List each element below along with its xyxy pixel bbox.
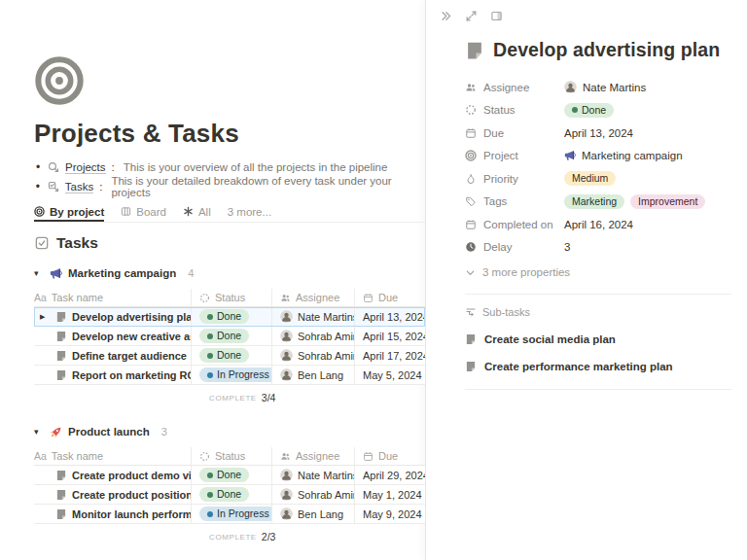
group-toggle-icon[interactable]: ▾ (34, 427, 44, 437)
group-count: 3 (161, 426, 167, 438)
property-row-project: ProjectMarketing campaign (465, 145, 731, 168)
property-list: AssigneeNate MartinsStatusDoneDueApril 1… (465, 76, 731, 259)
status-pill[interactable]: Done (199, 329, 249, 343)
text-type-icon: Aa (34, 292, 47, 303)
tab-board[interactable]: Board (121, 201, 166, 222)
status-pill[interactable]: Done (564, 103, 614, 118)
bullet-separator: : (112, 161, 115, 173)
column-header-status[interactable]: Status (192, 289, 272, 306)
table-row[interactable]: ▶Develop advertising planDoneNate Martin… (34, 307, 425, 327)
property-value[interactable]: Done (564, 103, 614, 118)
bullet-item: •Projects:This is your overview of all t… (34, 158, 425, 177)
column-header-assignee[interactable]: Assignee (272, 289, 355, 306)
table-row[interactable]: Report on marketing ROIIn ProgressBen La… (34, 366, 425, 385)
side-peek-icon[interactable] (490, 10, 503, 22)
projects-db-icon (48, 161, 59, 173)
column-header-due[interactable]: Due (355, 447, 425, 465)
property-label[interactable]: Due (465, 127, 564, 139)
subtask-item[interactable]: Create performance marketing plan (465, 356, 731, 376)
task-name-cell: Monitor launch performance (34, 505, 192, 523)
task-table: AaTask nameStatusAssigneeDueCreate produ… (34, 447, 425, 549)
row-expand-icon[interactable]: ▶ (40, 313, 45, 321)
task-name-cell: Develop new creative assets (34, 327, 192, 345)
column-header-due[interactable]: Due (355, 289, 425, 306)
tag-pill[interactable]: Marketing (564, 194, 624, 209)
table-row[interactable]: Define target audienceDoneSohrab AminApr… (34, 346, 425, 366)
page-icon (55, 331, 67, 342)
column-header-task-name[interactable]: AaTask name (34, 289, 192, 306)
property-label[interactable]: Completed on (465, 219, 564, 230)
tag-pill[interactable]: Improvement (630, 194, 705, 209)
task-name: Develop advertising plan (72, 311, 192, 323)
property-label[interactable]: Project (465, 150, 564, 161)
double-chevron-right-icon[interactable] (440, 10, 452, 22)
subtask-title: Create social media plan (484, 333, 616, 345)
task-detail-title[interactable]: Develop advertising plan (493, 39, 720, 61)
group-toggle-icon[interactable]: ▾ (34, 268, 44, 278)
more-properties-button[interactable]: 3 more properties (465, 266, 731, 278)
table-row[interactable]: Monitor launch performanceIn ProgressBen… (34, 505, 425, 524)
complete-value: 2/3 (262, 531, 276, 542)
table-row[interactable]: Create product demo videoDoneNate Martin… (34, 466, 425, 485)
property-value[interactable]: 3 (564, 241, 570, 253)
tab-3-more-[interactable]: 3 more... (228, 201, 271, 222)
group-header[interactable]: ▾Marketing campaign4 (34, 264, 425, 282)
property-value[interactable]: April 16, 2024 (564, 219, 633, 230)
property-value[interactable]: April 13, 2024 (564, 127, 633, 139)
project-name: Marketing campaign (582, 150, 683, 161)
due-date: May 5, 2024 (363, 369, 422, 381)
property-label-text: Tags (483, 195, 507, 207)
subtasks-icon (465, 306, 477, 318)
task-name: Create product positioning (72, 489, 192, 501)
status-pill[interactable]: Done (199, 468, 249, 482)
tag-icon (465, 195, 477, 207)
avatar (280, 310, 293, 323)
column-header-task-name[interactable]: AaTask name (34, 447, 192, 465)
target-icon[interactable] (34, 55, 85, 106)
property-label[interactable]: Tags (465, 195, 564, 207)
group-header[interactable]: ▾Product launch3 (34, 423, 425, 440)
property-value[interactable]: Marketing campaign (564, 150, 683, 161)
subtask-item[interactable]: Create social media plan (465, 329, 731, 349)
status-pill[interactable]: In Progress (199, 507, 272, 521)
people-icon (280, 451, 291, 462)
tab-all[interactable]: All (183, 201, 211, 222)
property-label[interactable]: Priority (465, 173, 564, 185)
property-value[interactable]: Medium (564, 171, 616, 186)
property-label[interactable]: Assignee (465, 82, 564, 93)
calendar-icon (363, 293, 374, 303)
tab-by-project[interactable]: By project (34, 201, 104, 222)
avatar (280, 368, 293, 381)
expand-diagonal-icon[interactable] (465, 10, 478, 22)
page-title[interactable]: Projects & Tasks (34, 119, 425, 149)
status-pill[interactable]: In Progress (199, 368, 272, 382)
table-row[interactable]: Create product positioningDoneSohrab Ami… (34, 485, 425, 505)
table-row[interactable]: Develop new creative assetsDoneSohrab Am… (34, 327, 425, 346)
bullet-link-projects[interactable]: Projects (65, 161, 106, 174)
subtask-list: Create social media planCreate performan… (465, 329, 731, 376)
property-value[interactable]: Nate Martins (564, 81, 646, 93)
due-date: April 13, 2024 (363, 311, 425, 323)
due-cell: May 9, 2024 (355, 505, 425, 523)
megaphone-icon (564, 150, 576, 161)
avatar (564, 81, 577, 93)
due-cell: April 15, 2024 (355, 327, 425, 345)
status-pill[interactable]: Done (199, 487, 249, 502)
status-pill[interactable]: Done (199, 309, 249, 324)
status-pill[interactable]: Done (199, 348, 249, 363)
column-header-status[interactable]: Status (192, 447, 272, 465)
assignee-name: Nate Martins (298, 470, 355, 481)
bullet-link-tasks[interactable]: Tasks (65, 181, 93, 193)
property-value[interactable]: MarketingImprovement (564, 194, 705, 209)
property-label[interactable]: Status (465, 104, 564, 116)
bullet-item: •Tasks:This is your detailed breakdown o… (34, 177, 425, 196)
column-header-assignee[interactable]: Assignee (272, 447, 355, 465)
avatar (280, 488, 293, 501)
table-footer: COMPLETE3/4 (34, 385, 425, 410)
property-label[interactable]: Delay (465, 241, 564, 253)
priority-pill[interactable]: Medium (564, 171, 616, 186)
table-footer: COMPLETE2/3 (34, 524, 425, 549)
status-dot (207, 511, 213, 517)
divider (465, 389, 731, 390)
pill-label: Improvement (638, 195, 697, 208)
